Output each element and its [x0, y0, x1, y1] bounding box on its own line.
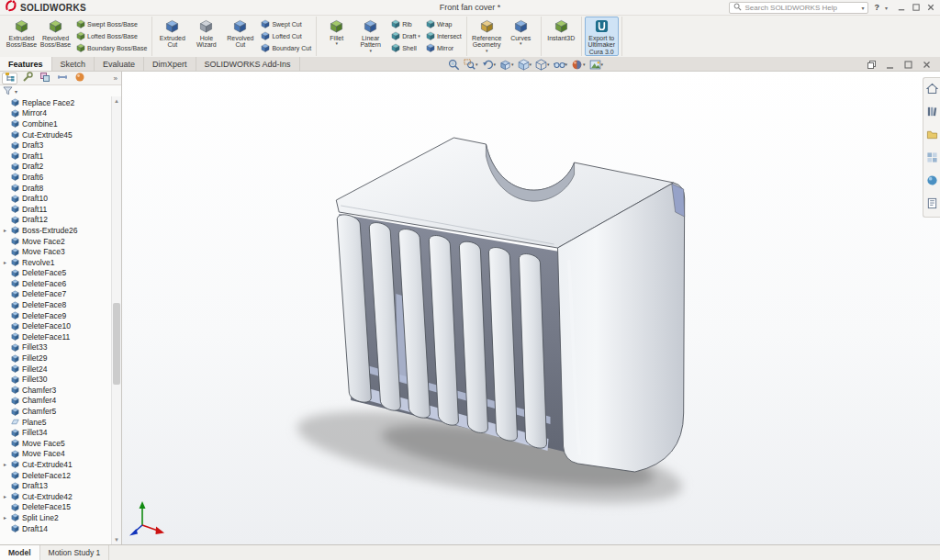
- rib-button[interactable]: Rib: [389, 19, 422, 30]
- view-palette-button[interactable]: [926, 151, 938, 167]
- expand-arrow-icon[interactable]: ▸: [2, 493, 8, 499]
- tree-item-draft6[interactable]: Draft6: [2, 172, 110, 183]
- tree-item-deleteface15[interactable]: DeleteFace15: [2, 502, 110, 513]
- search-scope-arrow-icon[interactable]: ▾: [861, 5, 864, 11]
- intersect-button[interactable]: Intersect: [424, 31, 464, 42]
- dropdown-arrow-icon[interactable]: ▾: [494, 62, 497, 67]
- help-dropdown-icon[interactable]: ▾: [885, 5, 888, 11]
- tree-item-chamfer3[interactable]: Chamfer3: [2, 385, 110, 396]
- model-3d-front-fan-cover[interactable]: [122, 72, 940, 544]
- tree-item-deleteface9[interactable]: DeleteFace9: [2, 310, 110, 321]
- extruded-cut-button[interactable]: Extruded Cut: [155, 17, 189, 56]
- expand-arrow-icon[interactable]: ▸: [2, 227, 8, 233]
- shell-button[interactable]: Shell: [389, 43, 422, 54]
- tree-item-deleteface8[interactable]: DeleteFace8: [2, 299, 110, 310]
- displaymanager-tab[interactable]: [72, 73, 87, 84]
- minimize-button[interactable]: [884, 58, 896, 72]
- design-library-button[interactable]: [926, 105, 938, 121]
- tree-item-cut-extrude41[interactable]: ▸Cut-Extrude41: [2, 459, 110, 470]
- custom-properties-button[interactable]: [926, 196, 938, 213]
- dropdown-arrow-icon[interactable]: ▾: [369, 49, 372, 53]
- dropdown-arrow-icon[interactable]: ▾: [601, 62, 604, 67]
- expand-arrow-icon[interactable]: ▸: [2, 461, 8, 467]
- statusbar-tab-motion-study-1[interactable]: Motion Study 1: [40, 545, 110, 560]
- revolved-boss-base-button[interactable]: Revolved Boss/Base: [39, 17, 73, 56]
- reference-geometry-button[interactable]: Reference Geometry▾: [470, 17, 504, 56]
- tree-item-replace-face2[interactable]: Replace Face2: [2, 97, 110, 108]
- tree-item-deleteface7[interactable]: DeleteFace7: [2, 289, 110, 300]
- tab-sketch[interactable]: Sketch: [52, 57, 95, 71]
- tree-item-fillet29[interactable]: Fillet29: [2, 353, 110, 364]
- tree-item-move-face3[interactable]: Move Face3: [2, 246, 110, 257]
- tree-item-draft13[interactable]: Draft13: [2, 480, 110, 491]
- tab-features[interactable]: Features: [0, 57, 52, 71]
- tree-item-revolve1[interactable]: ▸Revolve1: [2, 257, 110, 268]
- curves-button[interactable]: Curves▾: [504, 17, 538, 56]
- zoom-fit-button[interactable]: [447, 58, 461, 72]
- dimxpertmanager-tab[interactable]: [54, 73, 70, 84]
- tab-solidworks-add-ins[interactable]: SOLIDWORKS Add-Ins: [196, 57, 300, 71]
- dropdown-arrow-icon[interactable]: ▾: [418, 34, 420, 39]
- tree-item-deleteface10[interactable]: DeleteFace10: [2, 320, 110, 331]
- edit-appearance-button[interactable]: ▾: [570, 58, 587, 72]
- tree-item-deleteface5[interactable]: DeleteFace5: [2, 268, 110, 279]
- dropdown-arrow-icon[interactable]: ▾: [520, 41, 522, 46]
- fillet-button[interactable]: Fillet▾: [319, 17, 353, 56]
- hole-wizard-button[interactable]: Hole Wizard: [189, 17, 223, 56]
- tree-item-fillet30[interactable]: Fillet30: [2, 374, 110, 385]
- apply-scene-button[interactable]: ▾: [588, 58, 605, 72]
- dropdown-arrow-icon[interactable]: ▾: [565, 62, 568, 67]
- export-to-ultimaker-cura-3-0-button[interactable]: Export to Ultimaker Cura 3.0: [585, 17, 619, 56]
- view-orientation-button[interactable]: ▾: [517, 58, 533, 72]
- draft-button[interactable]: Draft▾: [389, 31, 422, 42]
- panel-expand-chevron-icon[interactable]: »: [114, 74, 119, 83]
- hide-show-items-button[interactable]: ▾: [553, 58, 569, 72]
- tree-item-move-face2[interactable]: Move Face2: [2, 236, 110, 247]
- graphics-viewport[interactable]: [122, 72, 940, 544]
- dropdown-arrow-icon[interactable]: ▾: [476, 62, 478, 67]
- tree-item-draft12[interactable]: Draft12: [2, 215, 110, 226]
- dropdown-arrow-icon[interactable]: ▾: [547, 62, 550, 67]
- help-search-input[interactable]: Search SOLIDWORKS Help ▾: [729, 2, 868, 14]
- swept-boss-base-button[interactable]: Swept Boss/Base: [74, 19, 149, 30]
- dropdown-arrow-icon[interactable]: ▾: [335, 41, 338, 46]
- tree-item-draft3[interactable]: Draft3: [2, 140, 110, 151]
- tree-item-draft11[interactable]: Draft11: [2, 204, 110, 215]
- mirror-button[interactable]: Mirror: [424, 43, 464, 54]
- tree-item-deleteface6[interactable]: DeleteFace6: [2, 278, 110, 289]
- revolved-cut-button[interactable]: Revolved Cut: [223, 17, 257, 56]
- window-close-button[interactable]: [926, 0, 935, 16]
- expand-arrow-icon[interactable]: ▸: [2, 514, 8, 521]
- dropdown-arrow-icon[interactable]: ▾: [486, 49, 488, 53]
- scroll-down-icon[interactable]: ▼: [114, 535, 119, 544]
- extruded-boss-base-button[interactable]: Extruded Boss/Base: [5, 17, 39, 56]
- tab-evaluate[interactable]: Evaluate: [95, 57, 144, 71]
- dropdown-arrow-icon[interactable]: ▾: [511, 62, 514, 67]
- resources-button[interactable]: [926, 82, 938, 98]
- file-explorer-button[interactable]: [926, 128, 938, 144]
- tree-item-draft8[interactable]: Draft8: [2, 183, 110, 194]
- wrap-button[interactable]: Wrap: [424, 19, 464, 30]
- tree-item-boss-extrude26[interactable]: ▸Boss-Extrude26: [2, 225, 110, 236]
- display-style-button[interactable]: ▾: [534, 58, 551, 72]
- tree-item-draft10[interactable]: Draft10: [2, 193, 110, 204]
- tree-item-deleteface11[interactable]: DeleteFace11: [2, 331, 110, 342]
- boundary-cut-button[interactable]: Boundary Cut: [259, 43, 313, 54]
- tree-item-chamfer4[interactable]: Chamfer4: [2, 396, 110, 407]
- filter-dropdown-icon[interactable]: ▾: [15, 88, 17, 95]
- tree-scrollbar[interactable]: ▲ ▼: [111, 96, 121, 544]
- tree-item-fillet33[interactable]: Fillet33: [2, 342, 110, 353]
- cascade-button[interactable]: [866, 58, 878, 72]
- tree-item-mirror4[interactable]: Mirror4: [2, 108, 110, 119]
- close-button[interactable]: [921, 58, 933, 72]
- tree-item-move-face5[interactable]: Move Face5: [2, 438, 110, 449]
- tree-item-deleteface12[interactable]: DeleteFace12: [2, 470, 110, 481]
- tree-item-fillet24[interactable]: Fillet24: [2, 364, 110, 375]
- tree-item-plane5[interactable]: Plane5: [2, 417, 110, 428]
- help-button[interactable]: ?: [874, 3, 879, 12]
- zoom-area-button[interactable]: ▾: [463, 58, 479, 72]
- appearances-button[interactable]: [926, 174, 938, 190]
- tree-item-combine1[interactable]: Combine1: [2, 118, 110, 129]
- configurationmanager-tab[interactable]: [37, 73, 52, 84]
- scroll-up-icon[interactable]: ▲: [114, 96, 119, 106]
